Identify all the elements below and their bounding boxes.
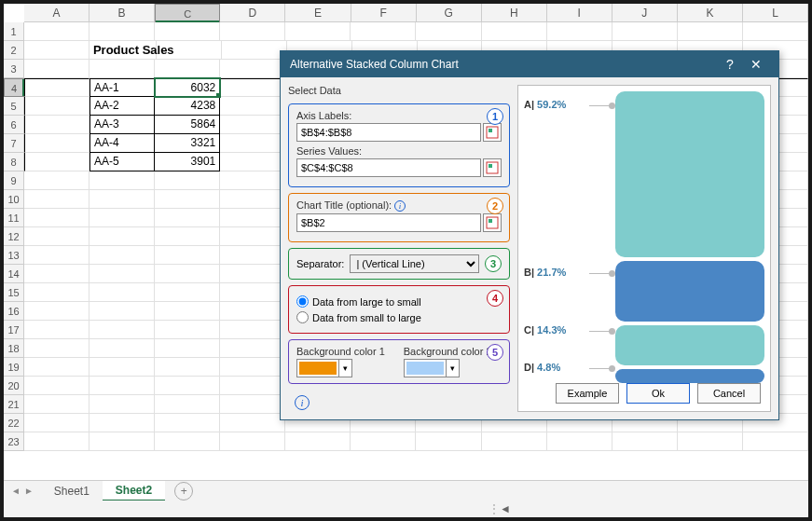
cell-D1[interactable]	[220, 22, 285, 41]
col-header-L[interactable]: L	[743, 4, 808, 21]
col-header-B[interactable]: B	[89, 4, 155, 21]
cell-D16[interactable]	[220, 302, 285, 321]
cell-F23[interactable]	[351, 432, 416, 451]
row-header-8[interactable]: 8	[4, 153, 24, 171]
cell-B3[interactable]	[89, 60, 155, 78]
example-button[interactable]: Example	[556, 383, 619, 404]
bg2-select[interactable]: ▾	[404, 359, 460, 377]
cell-D4[interactable]	[220, 78, 285, 97]
cell-H1[interactable]	[482, 22, 547, 41]
cell-C14[interactable]	[155, 265, 220, 283]
cell-A22[interactable]	[24, 414, 89, 432]
cell-B8[interactable]: AA-5	[89, 153, 155, 171]
cell-C18[interactable]	[155, 339, 220, 358]
cell-B16[interactable]	[89, 302, 155, 321]
cell-I1[interactable]	[547, 22, 612, 41]
col-header-A[interactable]: A	[24, 4, 89, 21]
cell-C19[interactable]	[155, 358, 220, 377]
cell-A12[interactable]	[24, 227, 89, 246]
row-header-12[interactable]: 12	[4, 227, 24, 246]
cell-K1[interactable]	[678, 22, 743, 41]
row-header-4[interactable]: 4	[4, 78, 24, 97]
col-header-D[interactable]: D	[220, 4, 285, 21]
row-header-15[interactable]: 15	[4, 283, 24, 302]
row-header-20[interactable]: 20	[4, 377, 24, 395]
info-icon[interactable]: i	[394, 200, 406, 212]
row-header-10[interactable]: 10	[4, 190, 24, 209]
cell-D10[interactable]	[220, 190, 285, 209]
col-header-H[interactable]: H	[482, 4, 547, 21]
tab-sheet2[interactable]: Sheet2	[103, 481, 165, 501]
cell-J23[interactable]	[612, 432, 678, 451]
cell-C8[interactable]: 3901	[155, 153, 220, 171]
cell-C2[interactable]	[157, 41, 222, 60]
cell-I23[interactable]	[547, 432, 612, 451]
info-icon[interactable]: i	[295, 395, 310, 410]
cell-B19[interactable]	[89, 358, 155, 377]
close-button[interactable]: ✕	[743, 57, 769, 72]
series-values-input[interactable]	[296, 158, 481, 177]
cell-A3[interactable]	[24, 60, 89, 78]
cell-H23[interactable]	[482, 432, 547, 451]
cell-D12[interactable]	[220, 227, 285, 246]
col-header-G[interactable]: G	[417, 4, 482, 21]
col-header-C[interactable]: C	[155, 4, 220, 22]
cell-A1[interactable]	[24, 22, 89, 41]
cell-D22[interactable]	[220, 414, 285, 432]
horizontal-scrollbar[interactable]: ⋮ ◄ ►	[4, 500, 808, 517]
cell-D17[interactable]	[220, 321, 285, 339]
cell-B15[interactable]	[89, 283, 155, 302]
chart-title-input[interactable]	[296, 213, 481, 232]
cell-C9[interactable]	[155, 171, 220, 190]
cell-A19[interactable]	[24, 358, 89, 377]
cell-D19[interactable]	[220, 358, 285, 377]
cell-D18[interactable]	[220, 339, 285, 358]
cell-B6[interactable]: AA-3	[89, 116, 155, 134]
cell-B10[interactable]	[89, 190, 155, 209]
range-picker-icon[interactable]	[483, 123, 502, 142]
row-header-13[interactable]: 13	[4, 246, 24, 265]
cell-D3[interactable]	[220, 60, 285, 78]
cell-C3[interactable]	[155, 60, 220, 78]
cell-D13[interactable]	[220, 246, 285, 265]
col-header-E[interactable]: E	[285, 4, 351, 21]
cell-A5[interactable]	[24, 97, 89, 116]
cell-A2[interactable]	[24, 41, 89, 60]
cell-C5[interactable]: 4238	[155, 97, 220, 116]
cancel-button[interactable]: Cancel	[697, 383, 761, 404]
col-header-F[interactable]: F	[351, 4, 417, 21]
cell-B1[interactable]	[89, 22, 155, 41]
cell-A13[interactable]	[24, 246, 89, 265]
row-header-6[interactable]: 6	[4, 116, 24, 134]
dialog-titlebar[interactable]: Alternative Stacked Column Chart ? ✕	[281, 51, 778, 77]
axis-labels-input[interactable]	[296, 123, 481, 142]
row-header-16[interactable]: 16	[4, 302, 24, 321]
row-header-23[interactable]: 23	[4, 432, 24, 451]
cell-A20[interactable]	[24, 377, 89, 395]
row-header-17[interactable]: 17	[4, 321, 24, 339]
cell-A16[interactable]	[24, 302, 89, 321]
cell-B20[interactable]	[89, 377, 155, 395]
row-header-3[interactable]: 3	[4, 60, 24, 78]
row-header-18[interactable]: 18	[4, 339, 24, 358]
cell-G23[interactable]	[416, 432, 481, 451]
cell-B4[interactable]: AA-1	[89, 78, 155, 97]
cell-D15[interactable]	[220, 283, 285, 302]
cell-A6[interactable]	[24, 116, 89, 134]
cell-A21[interactable]	[24, 395, 89, 414]
row-header-22[interactable]: 22	[4, 414, 24, 432]
cell-A10[interactable]	[24, 190, 89, 209]
row-header-1[interactable]: 1	[4, 22, 24, 41]
tab-nav[interactable]: ◄►	[4, 486, 41, 496]
cell-B12[interactable]	[89, 227, 155, 246]
add-sheet-button[interactable]: +	[174, 482, 193, 500]
ok-button[interactable]: Ok	[626, 383, 690, 404]
cell-A11[interactable]	[24, 209, 89, 227]
row-header-5[interactable]: 5	[4, 97, 24, 116]
cell-D20[interactable]	[220, 377, 285, 395]
tab-sheet1[interactable]: Sheet1	[41, 482, 103, 500]
cell-A9[interactable]	[24, 171, 89, 190]
cell-B9[interactable]	[89, 171, 155, 190]
cell-D6[interactable]	[220, 116, 285, 134]
cell-B11[interactable]	[89, 209, 155, 227]
